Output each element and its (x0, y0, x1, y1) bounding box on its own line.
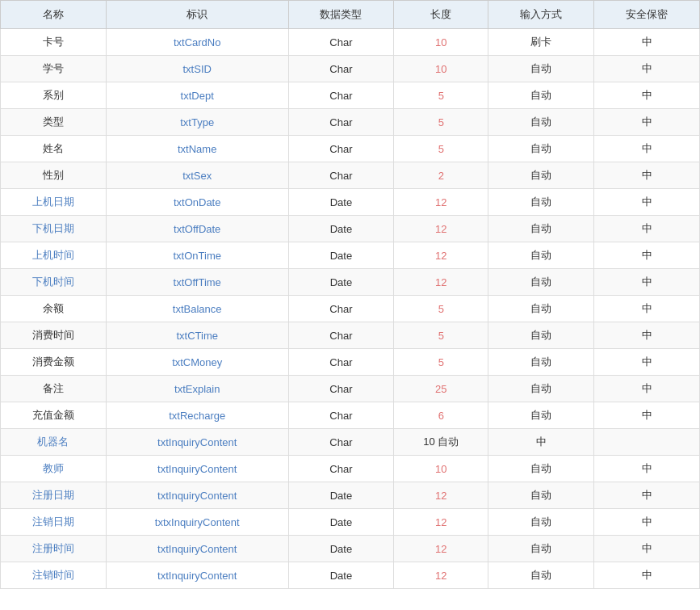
cell-datatype: Char (288, 376, 394, 402)
cell-name: 充值金额 (1, 402, 107, 429)
cell-name: 类型 (1, 109, 107, 136)
cell-id: txtOnTime (106, 242, 288, 269)
cell-length: 5 (394, 322, 488, 349)
cell-datatype: Char (288, 109, 394, 136)
cell-length: 12 (394, 536, 488, 562)
cell-input: 自动 (488, 56, 594, 82)
cell-name: 备注 (1, 376, 107, 402)
cell-datatype: Date (288, 509, 394, 536)
cell-input: 自动 (488, 402, 594, 429)
cell-id: txtSID (106, 56, 288, 82)
cell-datatype: Date (288, 242, 394, 269)
cell-datatype: Char (288, 296, 394, 322)
cell-security: 中 (594, 109, 700, 136)
table-row: 系别 txtDept Char 5 自动 中 (1, 82, 700, 109)
header-name: 名称 (1, 1, 107, 29)
table-row: 性别 txtSex Char 2 自动 中 (1, 162, 700, 189)
cell-id: txtOffDate (106, 216, 288, 242)
table-row: 注销时间 txtInquiryContent Date 12 自动 中 (1, 562, 700, 589)
cell-name: 下机时间 (1, 269, 107, 296)
cell-id: txtOffTime (106, 269, 288, 296)
cell-input: 自动 (488, 242, 594, 269)
cell-name: 消费金额 (1, 349, 107, 376)
table-row: 注册时间 txtInquiryContent Date 12 自动 中 (1, 536, 700, 562)
cell-name: 机器名 (1, 429, 107, 456)
cell-id: txtExplain (106, 376, 288, 402)
cell-input: 自动 (488, 162, 594, 189)
cell-length: 10 (394, 56, 488, 82)
cell-length: 12 (394, 269, 488, 296)
cell-length: 6 (394, 402, 488, 429)
cell-security: 中 (594, 456, 700, 482)
cell-length: 25 (394, 376, 488, 402)
cell-security: 中 (594, 296, 700, 322)
cell-security: 中 (594, 29, 700, 56)
cell-name: 学号 (1, 56, 107, 82)
cell-datatype: Date (288, 269, 394, 296)
cell-id: txtSex (106, 162, 288, 189)
cell-id: txtInquiryContent (106, 562, 288, 589)
cell-datatype: Date (288, 482, 394, 509)
cell-length: 12 (394, 216, 488, 242)
table-row: 机器名 txtInquiryContent Char 10 自动 中 (1, 429, 700, 456)
table-row: 消费金额 txtCMoney Char 5 自动 中 (1, 349, 700, 376)
header-datatype: 数据类型 (288, 1, 394, 29)
cell-input: 自动 (488, 322, 594, 349)
cell-security: 中 (594, 189, 700, 216)
cell-length: 12 (394, 509, 488, 536)
header-id: 标识 (106, 1, 288, 29)
cell-id: txtCardNo (106, 29, 288, 56)
cell-id: txtCMoney (106, 349, 288, 376)
cell-security (594, 429, 700, 456)
cell-length: 5 (394, 82, 488, 109)
cell-name: 注册时间 (1, 536, 107, 562)
cell-security: 中 (594, 402, 700, 429)
cell-datatype: Char (288, 456, 394, 482)
cell-datatype: Char (288, 429, 394, 456)
cell-id: txtInquiryContent (106, 482, 288, 509)
cell-length: 12 (394, 189, 488, 216)
cell-name: 注册日期 (1, 482, 107, 509)
cell-input: 自动 (488, 536, 594, 562)
cell-id: txtOnDate (106, 189, 288, 216)
cell-input: 自动 (488, 269, 594, 296)
cell-length: 10 (394, 29, 488, 56)
cell-length: 5 (394, 109, 488, 136)
cell-input: 中 (488, 429, 594, 456)
cell-name: 注销时间 (1, 562, 107, 589)
cell-id: txtDept (106, 82, 288, 109)
cell-id: txtInquiryContent (106, 456, 288, 482)
cell-security: 中 (594, 136, 700, 162)
table-row: 教师 txtInquiryContent Char 10 自动 中 (1, 456, 700, 482)
cell-name: 上机日期 (1, 189, 107, 216)
cell-id: txtInquiryContent (106, 429, 288, 456)
cell-datatype: Date (288, 536, 394, 562)
cell-name: 下机日期 (1, 216, 107, 242)
cell-input: 自动 (488, 109, 594, 136)
cell-datatype: Char (288, 56, 394, 82)
cell-input: 自动 (488, 136, 594, 162)
table-row: 注销日期 txtxInquiryContent Date 12 自动 中 (1, 509, 700, 536)
table-row: 充值金额 txtRecharge Char 6 自动 中 (1, 402, 700, 429)
cell-input: 自动 (488, 296, 594, 322)
header-input: 输入方式 (488, 1, 594, 29)
cell-name: 系别 (1, 82, 107, 109)
cell-datatype: Char (288, 349, 394, 376)
cell-length: 10 (394, 456, 488, 482)
cell-id: txtxInquiryContent (106, 509, 288, 536)
cell-datatype: Char (288, 402, 394, 429)
cell-input: 自动 (488, 509, 594, 536)
table-row: 下机日期 txtOffDate Date 12 自动 中 (1, 216, 700, 242)
cell-id: txtCTime (106, 322, 288, 349)
cell-datatype: Date (288, 562, 394, 589)
cell-datatype: Char (288, 162, 394, 189)
cell-input: 刷卡 (488, 29, 594, 56)
cell-datatype: Char (288, 82, 394, 109)
table-row: 姓名 txtName Char 5 自动 中 (1, 136, 700, 162)
cell-name: 教师 (1, 456, 107, 482)
cell-input: 自动 (488, 189, 594, 216)
cell-security: 中 (594, 536, 700, 562)
cell-length: 12 (394, 562, 488, 589)
table-row: 消费时间 txtCTime Char 5 自动 中 (1, 322, 700, 349)
cell-name: 余额 (1, 296, 107, 322)
